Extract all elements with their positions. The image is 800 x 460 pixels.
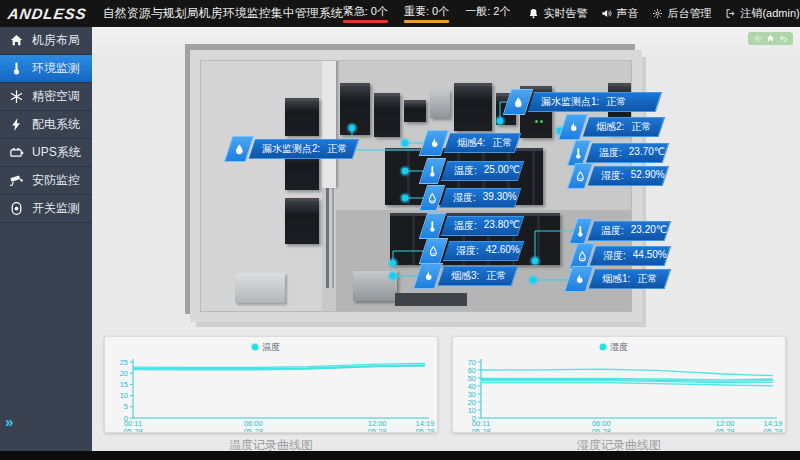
logout-button[interactable]: 注销(admin) xyxy=(725,6,799,21)
sensor-badge-temp-a[interactable]: 温度:23.70℃ xyxy=(571,143,666,163)
sensor-value: 25.00℃ xyxy=(484,164,520,178)
humidity-chart[interactable]: 湿度01020304050607000:1105-2806:0005-2812:… xyxy=(452,336,786,433)
x-tick-date: 05-28 xyxy=(471,427,490,432)
sensor-badge-smoke-3[interactable]: 烟感3:正常 xyxy=(417,266,515,286)
x-tick-date: 05-28 xyxy=(123,427,142,432)
cctv-icon xyxy=(0,173,32,188)
sidebar-item-label: 机房布局 xyxy=(32,32,80,49)
sensor-label: 湿度: xyxy=(453,191,476,205)
sensor-badge-hum-d[interactable]: 湿度:44.50% xyxy=(573,246,668,266)
sensor-label: 烟感1: xyxy=(602,272,630,286)
realtime-alarm-button[interactable]: 实时告警 xyxy=(528,6,587,21)
legend-label[interactable]: 湿度 xyxy=(610,342,628,352)
temperature-chart[interactable]: 温度051015202500:1105-2806:0005-2812:0005-… xyxy=(104,336,438,433)
legend-marker[interactable] xyxy=(600,344,607,351)
map-toolbar[interactable] xyxy=(748,32,793,45)
home-icon xyxy=(0,33,32,48)
alarm-underline xyxy=(404,20,449,23)
sensor-badge-hum-a[interactable]: 湿度:52.90% xyxy=(571,166,666,186)
y-tick-label: 10 xyxy=(120,391,128,400)
gear-icon xyxy=(652,8,663,19)
sensor-value: 正常 xyxy=(637,272,657,286)
alarm-count-1[interactable]: 重要: 0个 xyxy=(404,4,449,23)
sidebar: 机房布局环境监测精密空调配电系统UPS系统安防监控开关监测 » xyxy=(0,27,92,451)
sensor-badge-hum-c[interactable]: 湿度:42.60% xyxy=(423,241,521,261)
y-tick-label: 30 xyxy=(468,390,476,399)
sidebar-collapse-handle[interactable]: » xyxy=(5,413,11,430)
x-tick-date: 05-28 xyxy=(244,427,263,432)
x-tick-date: 05-28 xyxy=(763,427,782,432)
sensor-value: 正常 xyxy=(492,136,512,150)
sensor-badge-smoke-2[interactable]: 烟感2:正常 xyxy=(562,117,662,137)
x-tick-date: 05-28 xyxy=(592,427,611,432)
app-window: ANDLESS 自然资源与规划局机房环境监控集中管理系统 紧急: 0个重要: 0… xyxy=(0,0,800,460)
sensor-value: 52.90% xyxy=(631,169,665,183)
sensor-label: 漏水监测点2: xyxy=(262,142,320,156)
home-icon[interactable] xyxy=(766,34,775,43)
sensor-badge-temp-b[interactable]: 温度:25.00℃ xyxy=(423,161,521,181)
sensor-value: 正常 xyxy=(327,142,347,156)
y-tick-label: 10 xyxy=(468,406,476,415)
alarm-count-2[interactable]: 一般: 2个 xyxy=(465,4,510,23)
sensor-label: 温度: xyxy=(601,224,624,238)
switch-icon xyxy=(0,201,32,216)
y-tick-label: 20 xyxy=(120,369,128,378)
sensor-value: 39.30% xyxy=(483,191,517,205)
speaker-icon xyxy=(601,8,612,19)
system-title: 自然资源与规划局机房环境监控集中管理系统 xyxy=(103,5,343,22)
back-icon[interactable] xyxy=(779,34,788,43)
sensor-badge-leak-point-1[interactable]: 漏水监测点1:正常 xyxy=(507,92,659,112)
sensor-badge-smoke-1[interactable]: 烟感1:正常 xyxy=(568,269,668,289)
sidebar-item-label: 精密空调 xyxy=(32,88,80,105)
sensor-value: 正常 xyxy=(606,95,626,109)
sensor-label: 漏水监测点1: xyxy=(541,95,599,109)
bell-icon xyxy=(528,8,539,19)
sidebar-item-env-monitor[interactable]: 环境监测 xyxy=(0,55,92,83)
alarm-summary: 紧急: 0个重要: 0个一般: 2个 xyxy=(343,4,511,23)
sound-button[interactable]: 声音 xyxy=(601,6,638,21)
sensor-label: 湿度: xyxy=(601,169,624,183)
legend-marker[interactable] xyxy=(252,344,259,351)
sensor-label: 烟感4: xyxy=(457,136,485,150)
sensor-label: 湿度: xyxy=(456,244,479,258)
sensor-badge-smoke-4[interactable]: 烟感4:正常 xyxy=(423,133,518,153)
sensor-badge-hum-b[interactable]: 湿度:39.30% xyxy=(423,188,518,208)
sidebar-item-room-layout[interactable]: 机房布局 xyxy=(0,27,92,55)
snowflake-icon xyxy=(0,89,32,104)
sidebar-item-security-monitor[interactable]: 安防监控 xyxy=(0,167,92,195)
sidebar-item-switch-monitor[interactable]: 开关监测 xyxy=(0,195,92,223)
sensor-label: 温度: xyxy=(599,146,622,160)
chart-canvas: 湿度01020304050607000:1105-2806:0005-2812:… xyxy=(453,337,785,432)
sidebar-item-power-system[interactable]: 配电系统 xyxy=(0,111,92,139)
sensor-label: 温度: xyxy=(454,164,477,178)
sidebar-item-label: 环境监测 xyxy=(32,60,80,77)
main-content: 漏水监测点2:正常漏水监测点1:正常烟感2:正常温度:23.70℃湿度:52.9… xyxy=(92,27,800,451)
sidebar-item-label: 安防监控 xyxy=(32,172,80,189)
admin-button[interactable]: 后台管理 xyxy=(652,6,711,21)
legend-label[interactable]: 温度 xyxy=(262,342,280,352)
sensor-value: 正常 xyxy=(486,269,506,283)
chart-canvas: 温度051015202500:1105-2806:0005-2812:0005-… xyxy=(105,337,437,432)
sidebar-item-ups-system[interactable]: UPS系统 xyxy=(0,139,92,167)
sidebar-item-precision-ac[interactable]: 精密空调 xyxy=(0,83,92,111)
x-tick-date: 05-28 xyxy=(415,427,434,432)
y-tick-label: 50 xyxy=(468,374,476,383)
sensor-badge-temp-d[interactable]: 温度:23.20℃ xyxy=(573,221,668,241)
sidebar-menu: 机房布局环境监测精密空调配电系统UPS系统安防监控开关监测 xyxy=(0,27,92,223)
sidebar-item-label: UPS系统 xyxy=(32,144,81,161)
sidebar-item-label: 配电系统 xyxy=(32,116,80,133)
settings-icon[interactable] xyxy=(753,34,762,43)
sensor-badge-leak-point-2[interactable]: 漏水监测点2:正常 xyxy=(228,139,356,159)
sensor-label: 烟感2: xyxy=(596,120,624,134)
bottom-status-bar xyxy=(0,451,800,460)
sensor-value: 44.50% xyxy=(633,249,667,263)
logout-icon xyxy=(725,8,736,19)
alarm-count-0[interactable]: 紧急: 0个 xyxy=(343,4,388,23)
series-line-湿度1 xyxy=(481,369,773,375)
sensor-badge-temp-c[interactable]: 温度:23.80℃ xyxy=(423,216,521,236)
thermometer-icon xyxy=(0,61,32,76)
sensor-value: 正常 xyxy=(631,120,651,134)
brand-logo: ANDLESS xyxy=(7,5,88,22)
sensor-value: 23.70℃ xyxy=(629,146,665,160)
y-tick-label: 20 xyxy=(468,398,476,407)
